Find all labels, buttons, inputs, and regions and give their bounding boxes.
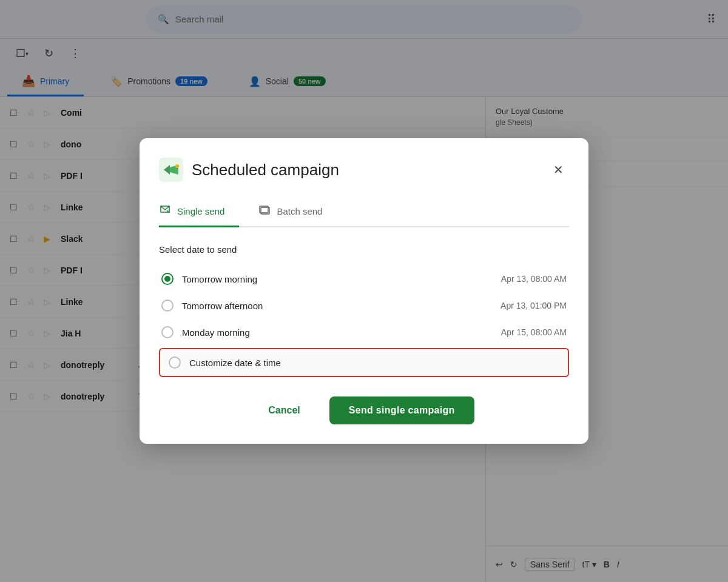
radio-circle-customize (169, 356, 181, 369)
batch-send-svg (258, 204, 271, 216)
tab-single-send-label: Single send (177, 206, 224, 216)
option-label-morning: Tomorrow morning (182, 274, 257, 284)
batch-send-icon (258, 204, 271, 218)
radio-circle-afternoon (161, 299, 174, 312)
option-label-monday: Monday morning (182, 327, 250, 338)
modal-footer: Cancel Send single campaign (159, 396, 569, 424)
single-send-icon (159, 204, 171, 218)
option-left: Tomorrow morning (161, 273, 257, 285)
option-left: Customize date & time (169, 356, 281, 369)
option-left: Monday morning (161, 326, 250, 338)
close-button[interactable]: ✕ (547, 159, 569, 181)
radio-circle-monday (161, 326, 174, 338)
option-date-afternoon: Apr 13, 01:00 PM (500, 301, 567, 310)
tab-batch-send-label: Batch send (277, 206, 322, 216)
radio-options: Tomorrow morning Apr 13, 08:00 AM Tomorr… (159, 266, 569, 377)
option-monday-morning[interactable]: Monday morning Apr 15, 08:00 AM (159, 319, 569, 346)
cancel-button[interactable]: Cancel (254, 398, 314, 423)
option-date-morning: Apr 13, 08:00 AM (501, 274, 567, 284)
option-left: Tomorrow afternoon (161, 299, 263, 312)
option-tomorrow-afternoon[interactable]: Tomorrow afternoon Apr 13, 01:00 PM (159, 292, 569, 319)
modal-tabs: Single send Batch send (159, 196, 569, 227)
radio-circle-morning (161, 273, 174, 285)
modal-title: Scheduled campaign (192, 161, 339, 179)
modal-overlay: Scheduled campaign ✕ Single send (0, 0, 728, 582)
option-tomorrow-morning[interactable]: Tomorrow morning Apr 13, 08:00 AM (159, 266, 569, 292)
option-customize[interactable]: Customize date & time (159, 348, 569, 377)
modal-header: Scheduled campaign ✕ (159, 158, 569, 182)
close-icon: ✕ (553, 162, 564, 177)
modal-dialog: Scheduled campaign ✕ Single send (140, 138, 588, 444)
single-send-svg (159, 204, 171, 216)
tab-single-send[interactable]: Single send (159, 196, 239, 227)
option-label-customize: Customize date & time (189, 358, 281, 368)
tab-batch-send[interactable]: Batch send (258, 196, 337, 227)
option-date-monday: Apr 15, 08:00 AM (501, 327, 567, 337)
send-campaign-button[interactable]: Send single campaign (329, 396, 474, 424)
section-label: Select date to send (159, 244, 569, 255)
campaign-logo (159, 158, 183, 182)
modal-title-row: Scheduled campaign (159, 158, 339, 182)
option-label-afternoon: Tomorrow afternoon (182, 301, 263, 311)
